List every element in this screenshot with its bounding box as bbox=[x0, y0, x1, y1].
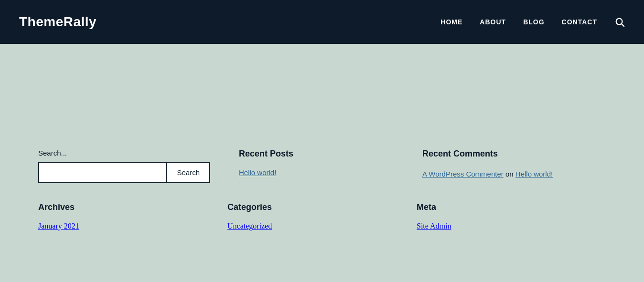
recent-post-link[interactable]: Hello world! bbox=[239, 168, 276, 177]
meta-title: Meta bbox=[417, 202, 577, 212]
hero-space bbox=[38, 44, 606, 149]
categories-title: Categories bbox=[227, 202, 388, 212]
on-text: on bbox=[505, 170, 515, 178]
categories-widget: Categories Uncategorized bbox=[227, 202, 417, 230]
search-form: Search bbox=[38, 162, 210, 183]
search-widget: Search... Search bbox=[38, 149, 239, 183]
widgets-row-1: Search... Search Recent Posts Hello worl… bbox=[38, 149, 606, 202]
archives-title: Archives bbox=[38, 202, 199, 212]
widgets-row-2: Archives January 2021 Categories Uncateg… bbox=[38, 202, 606, 250]
search-label: Search... bbox=[38, 149, 210, 157]
recent-posts-widget: Recent Posts Hello world! bbox=[239, 149, 422, 183]
site-logo: ThemeRally bbox=[19, 14, 97, 30]
category-link[interactable]: Uncategorized bbox=[227, 222, 272, 230]
archive-link[interactable]: January 2021 bbox=[38, 222, 79, 230]
search-input[interactable] bbox=[39, 163, 166, 182]
site-header: ThemeRally HOME ABOUT BLOG CONTACT bbox=[0, 0, 644, 44]
search-button[interactable]: Search bbox=[166, 163, 209, 182]
recent-comments-widget: Recent Comments A WordPress Commenter on… bbox=[422, 149, 606, 183]
nav-home[interactable]: HOME bbox=[440, 18, 462, 26]
svg-line-1 bbox=[622, 24, 624, 26]
main-nav: HOME ABOUT BLOG CONTACT bbox=[440, 17, 625, 27]
recent-comments-title: Recent Comments bbox=[422, 149, 577, 159]
meta-link[interactable]: Site Admin bbox=[417, 222, 451, 230]
comment-post-link[interactable]: Hello world! bbox=[515, 170, 553, 178]
nav-blog[interactable]: BLOG bbox=[523, 18, 544, 26]
page-body: Search... Search Recent Posts Hello worl… bbox=[0, 44, 644, 250]
archives-widget: Archives January 2021 bbox=[38, 202, 227, 230]
nav-about[interactable]: ABOUT bbox=[480, 18, 506, 26]
recent-comment-text: A WordPress Commenter on Hello world! bbox=[422, 168, 577, 180]
nav-contact[interactable]: CONTACT bbox=[562, 18, 597, 26]
search-icon bbox=[614, 17, 625, 27]
search-icon-button[interactable] bbox=[614, 17, 625, 27]
commenter-link[interactable]: A WordPress Commenter bbox=[422, 170, 504, 178]
recent-posts-title: Recent Posts bbox=[239, 149, 394, 159]
meta-widget: Meta Site Admin bbox=[417, 202, 606, 230]
